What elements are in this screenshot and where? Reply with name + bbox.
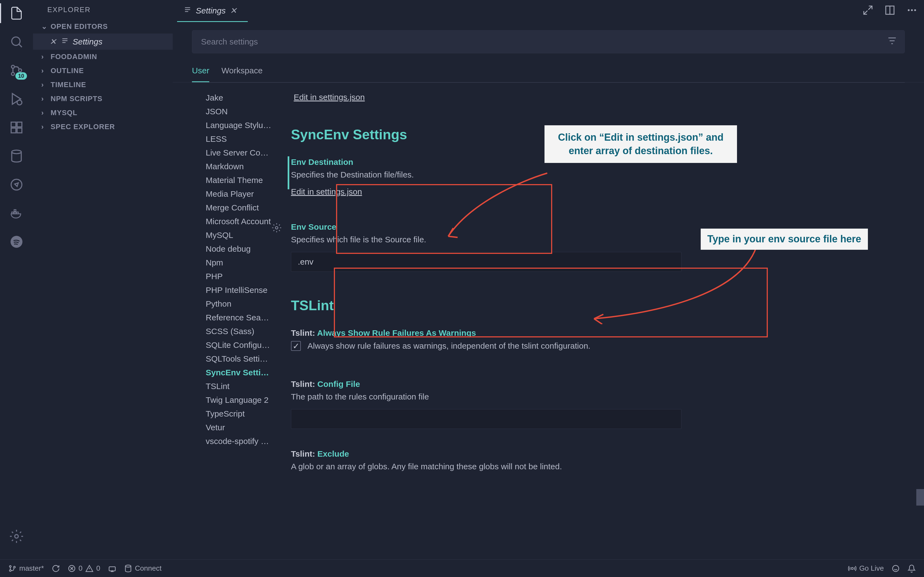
sidebar-title: EXPLORER [33, 0, 173, 19]
toc-item[interactable]: SyncEnv Settings [206, 366, 272, 379]
status-bar: master* 0 0 Connect Go Live [0, 559, 924, 577]
close-icon[interactable]: ✕ [50, 37, 57, 47]
source-control-icon[interactable]: 10 [9, 63, 24, 78]
annotation-source-callout: Type in your env source file here [701, 229, 868, 250]
edit-in-settings-json-link[interactable]: Edit in settings.json [291, 93, 365, 102]
sidebar-section-foodadmin[interactable]: ›FOODADMIN [33, 50, 173, 64]
run-debug-icon[interactable] [9, 91, 24, 106]
toc-item[interactable]: TypeScript [206, 407, 272, 421]
tabbar-actions [863, 0, 918, 22]
svg-point-20 [914, 9, 916, 11]
toc-item[interactable]: Npm [206, 256, 272, 269]
toc-item[interactable]: Material Theme [206, 173, 272, 187]
explorer-icon[interactable] [9, 5, 24, 21]
toc-item[interactable]: SQLTools Settings [206, 352, 272, 366]
more-actions-icon[interactable] [906, 5, 918, 18]
toc-item[interactable]: Jake [206, 91, 272, 105]
spotify-icon[interactable] [9, 234, 24, 250]
sidebar-section-open-editors[interactable]: ⌄ OPEN EDITORS [33, 19, 173, 34]
toc-item[interactable]: SQLite Configuration [206, 338, 272, 352]
status-golive[interactable]: Go Live [848, 564, 884, 572]
extensions-icon[interactable] [9, 120, 24, 135]
setting-tslint-warnings: Tslint: Always Show Rule Failures As War… [288, 322, 905, 358]
sidebar-section-mysql[interactable]: ›MYSQL [33, 106, 173, 120]
status-feedback-icon[interactable] [892, 564, 900, 572]
sidebar: EXPLORER ⌄ OPEN EDITORS ✕ Settings ›FOOD… [33, 0, 173, 577]
scope-tabs: User Workspace [173, 59, 924, 82]
toc-item[interactable]: Markdown [206, 160, 272, 173]
svg-rect-14 [14, 210, 16, 211]
status-connect[interactable]: Connect [124, 564, 162, 572]
svg-point-9 [12, 150, 21, 153]
open-settings-json-icon[interactable] [863, 5, 873, 18]
toc-item[interactable]: PHP IntelliSense [206, 283, 272, 297]
svg-point-27 [125, 565, 131, 567]
svg-rect-6 [11, 128, 16, 133]
status-problems[interactable]: 0 0 [68, 564, 100, 572]
toc-item[interactable]: Python [206, 297, 272, 311]
toc-item[interactable]: vscode-spotify co... [206, 434, 272, 448]
svg-point-21 [276, 227, 278, 229]
svg-point-18 [908, 9, 910, 11]
settings-glyph-icon [61, 37, 69, 47]
svg-point-0 [12, 37, 20, 45]
status-branch[interactable]: master* [8, 564, 44, 572]
toc-item[interactable]: LESS [206, 132, 272, 146]
settings-search-input[interactable] [192, 30, 905, 53]
toc-item[interactable]: Media Player [206, 187, 272, 201]
svg-point-24 [13, 566, 15, 568]
setting-desc: Specifies the Destination file/files. [291, 170, 902, 179]
tab-settings[interactable]: Settings ✕ [177, 0, 248, 22]
setting-title: Tslint: Always Show Rule Failures As War… [291, 328, 902, 338]
scrollbar-thumb[interactable] [916, 489, 924, 506]
sidebar-section-timeline[interactable]: ›TIMELINE [33, 78, 173, 92]
toc-item[interactable]: SCSS (Sass) [206, 324, 272, 338]
toc-item[interactable]: Microsoft Account [206, 214, 272, 228]
gear-icon[interactable] [272, 223, 282, 235]
toc-item[interactable]: JSON [206, 105, 272, 118]
toc-item[interactable]: Reference Search ... [206, 311, 272, 324]
svg-point-4 [17, 100, 22, 105]
sidebar-section-outline[interactable]: ›OUTLINE [33, 64, 173, 78]
manage-gear-icon[interactable] [9, 529, 24, 544]
settings-toc[interactable]: JakeJSONLanguage Stylus C...LESSLive Ser… [173, 83, 272, 577]
setting-tslint-exclude: Tslint: Exclude A glob or an array of gl… [288, 443, 905, 485]
docker-icon[interactable] [9, 206, 24, 221]
svg-point-28 [851, 567, 854, 570]
filter-icon[interactable] [887, 36, 897, 48]
svg-point-1 [11, 65, 15, 68]
toc-item[interactable]: Twig Language 2 [206, 393, 272, 407]
tslint-config-file-input[interactable] [291, 409, 682, 429]
database-icon[interactable] [9, 148, 24, 164]
open-editor-label: Settings [73, 37, 102, 47]
search-icon[interactable] [9, 34, 24, 50]
status-bell-icon[interactable] [908, 564, 916, 572]
toc-item[interactable]: PHP [206, 269, 272, 283]
toc-item[interactable]: Merge Conflict [206, 201, 272, 214]
toc-item[interactable]: Node debug [206, 242, 272, 256]
edit-in-settings-json-link[interactable]: Edit in settings.json [291, 187, 362, 196]
close-icon[interactable]: ✕ [230, 6, 237, 15]
tab-label: Settings [196, 6, 226, 15]
toc-item[interactable]: Vetur [206, 421, 272, 434]
open-editor-item[interactable]: ✕ Settings [33, 34, 173, 50]
chevron-right-icon: › [41, 81, 48, 89]
svg-rect-7 [17, 128, 22, 133]
svg-point-16 [15, 535, 18, 538]
toc-item[interactable]: Language Stylus C... [206, 118, 272, 132]
scope-tab-user[interactable]: User [192, 66, 209, 82]
split-editor-icon[interactable] [884, 5, 895, 18]
toc-item[interactable]: MySQL [206, 228, 272, 242]
sidebar-section-npm-scripts[interactable]: ›NPM SCRIPTS [33, 92, 173, 106]
chevron-right-icon: › [41, 95, 48, 103]
checkbox[interactable]: ✓ [291, 341, 301, 351]
toc-item[interactable]: TSLint [206, 379, 272, 393]
toc-item[interactable]: Live Server Config [206, 146, 272, 160]
status-ports[interactable] [108, 564, 116, 572]
env-source-input[interactable] [291, 252, 682, 272]
svg-point-2 [11, 73, 15, 76]
status-sync[interactable] [52, 564, 60, 572]
scope-tab-workspace[interactable]: Workspace [221, 66, 263, 82]
sidebar-section-spec-explorer[interactable]: ›SPEC EXPLORER [33, 120, 173, 134]
compass-icon[interactable] [9, 177, 24, 192]
